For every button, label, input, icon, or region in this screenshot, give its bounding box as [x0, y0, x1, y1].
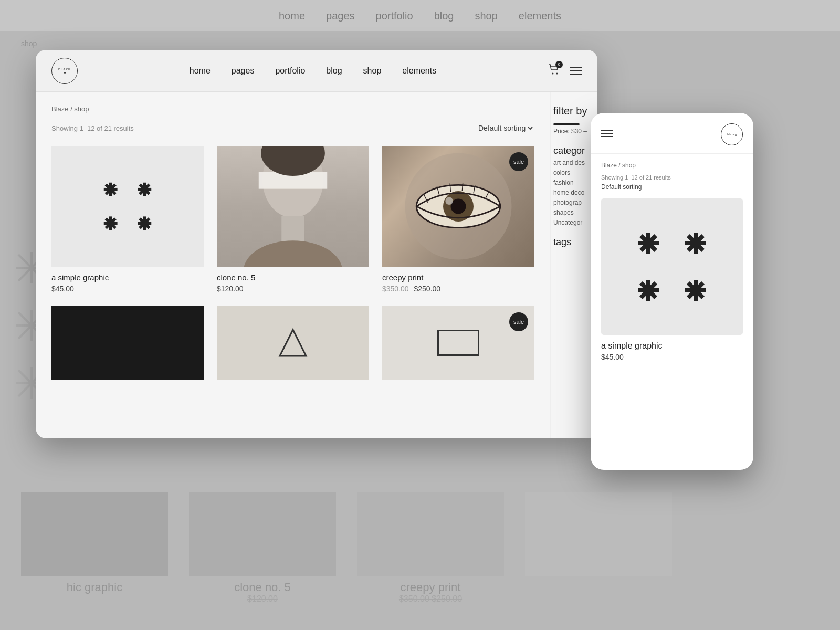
desktop-window: blaze home pages portfolio blog shop ele…: [36, 50, 597, 438]
svg-rect-63: [638, 288, 659, 292]
svg-rect-55: [638, 241, 659, 245]
cart-icon[interactable]: 0: [548, 64, 560, 78]
mobile-logo-dot: [735, 134, 737, 136]
svg-point-47: [445, 197, 453, 205]
mobile-header: blaze: [591, 113, 753, 154]
mobile-results: Showing 1–12 of 21 results: [601, 174, 743, 181]
nav-home[interactable]: home: [190, 66, 211, 76]
hamburger-menu[interactable]: [570, 67, 582, 75]
svg-rect-17: [104, 188, 118, 191]
product-name-3: creepy print: [382, 273, 534, 282]
nav-pages[interactable]: pages: [232, 66, 255, 76]
cart-badge: 0: [555, 61, 563, 68]
products-grid-row2: sale: [51, 306, 534, 386]
product-image-6: sale: [382, 306, 534, 380]
svg-rect-21: [138, 188, 151, 191]
mobile-breadcrumb: Blaze / shop: [601, 162, 743, 169]
product-price-1: $45.00: [51, 285, 204, 293]
price-slider[interactable]: [553, 123, 580, 125]
products-grid: a simple graphic $45.00: [51, 146, 534, 293]
svg-rect-67: [685, 288, 706, 292]
svg-marker-48: [280, 330, 306, 356]
product-name-2: clone no. 5: [217, 273, 369, 282]
bg-bottom-products: hic graphic clone no. 5 $120.00 creepy p…: [0, 492, 840, 604]
nav-elements[interactable]: elements: [402, 66, 436, 76]
product-card-4[interactable]: [51, 306, 204, 386]
product-card-3[interactable]: sale: [382, 146, 534, 293]
logo-dot: [64, 72, 66, 74]
bg-nav: home pages portfolio blog shop elements: [0, 0, 840, 32]
product-image-2: [217, 146, 369, 267]
nav-portfolio[interactable]: portfolio: [275, 66, 305, 76]
product-price-3: $350.00 $250.00: [382, 285, 534, 293]
svg-point-12: [552, 72, 553, 74]
product-name-1: a simple graphic: [51, 273, 204, 282]
mobile-content: Blaze / shop Showing 1–12 of 21 results …: [591, 154, 753, 469]
nav-shop[interactable]: shop: [363, 66, 382, 76]
results-count: Showing 1–12 of 21 results: [51, 124, 134, 132]
shop-toolbar: Showing 1–12 of 21 results Default sorti…: [51, 123, 534, 133]
product-card-5[interactable]: [217, 306, 369, 386]
product-card-2[interactable]: clone no. 5 $120.00: [217, 146, 369, 293]
mobile-sort: Default sorting: [601, 183, 743, 191]
product-image-3: sale: [382, 146, 534, 267]
mobile-logo[interactable]: blaze: [721, 123, 743, 145]
mobile-product-image[interactable]: [601, 198, 743, 335]
svg-rect-59: [685, 241, 706, 245]
price-original-3: $350.00: [382, 285, 409, 293]
sale-badge-2: sale: [509, 312, 528, 331]
mobile-window: blaze Blaze / shop Showing 1–12 of 21 re…: [591, 113, 753, 470]
product-image-1: [51, 146, 204, 267]
product-card-6[interactable]: sale: [382, 306, 534, 386]
product-image-5: [217, 306, 369, 380]
svg-point-13: [556, 72, 558, 74]
desktop-logo[interactable]: blaze: [51, 58, 78, 84]
filter-title: filter by: [553, 105, 597, 117]
svg-rect-29: [138, 222, 151, 225]
mobile-product-price: $45.00: [601, 353, 743, 361]
product-price-2: $120.00: [217, 285, 369, 293]
product-card-1[interactable]: a simple graphic $45.00: [51, 146, 204, 293]
breadcrumb: Blaze / shop: [51, 105, 534, 113]
mobile-hamburger[interactable]: [601, 129, 613, 140]
desktop-header: blaze home pages portfolio blog shop ele…: [36, 50, 597, 92]
sale-badge: sale: [509, 152, 528, 171]
product-image-4: [51, 306, 204, 380]
nav-blog[interactable]: blog: [326, 66, 342, 76]
mobile-product-name: a simple graphic: [601, 341, 743, 351]
sort-dropdown[interactable]: Default sorting: [476, 123, 534, 133]
header-right: 0: [548, 64, 582, 78]
bg-breadcrumb: shop: [21, 39, 37, 48]
desktop-nav: home pages portfolio blog shop elements: [190, 66, 436, 76]
price-sale-3: $250.00: [414, 285, 441, 293]
woman-portrait: [217, 146, 369, 267]
svg-rect-25: [104, 222, 118, 225]
